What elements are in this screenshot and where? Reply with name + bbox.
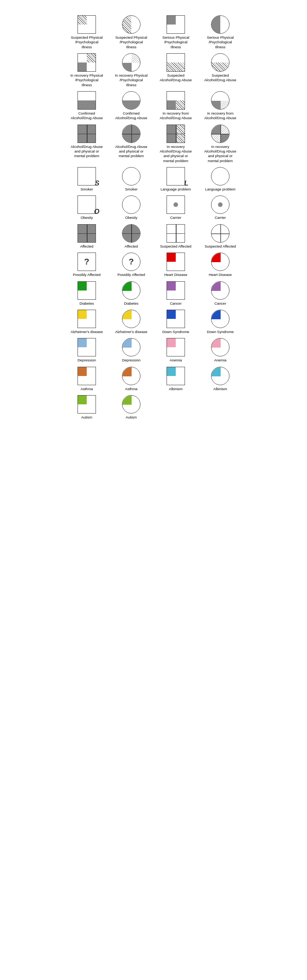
symbol-label: Albinism bbox=[213, 387, 227, 391]
square-shape: ? bbox=[78, 253, 96, 271]
symbol-label: Anemia bbox=[214, 358, 226, 363]
symbol-cell: In recovery Physical /Psychological Illn… bbox=[65, 53, 108, 87]
symbol-cell: Serious Physical /Psychological Illness bbox=[154, 15, 197, 49]
symbol-cell: OObesity bbox=[110, 195, 153, 220]
circle-shape bbox=[211, 91, 229, 110]
symbol-cell: Cancer bbox=[199, 281, 242, 306]
empty-cell bbox=[154, 395, 197, 420]
symbol-cell: Down Syndrome bbox=[154, 310, 197, 334]
symbol-wrapper bbox=[78, 367, 96, 385]
symbol-label: Depression bbox=[122, 358, 140, 363]
square-shape bbox=[167, 253, 185, 271]
symbol-label: Serious Physical /Psychological Illness bbox=[158, 35, 193, 49]
symbol-cell: ?Possibly Affected bbox=[110, 253, 153, 277]
symbol-wrapper: O bbox=[78, 195, 96, 214]
symbol-label: In recovery from Alcohol/Drug Abuse bbox=[158, 111, 193, 121]
symbol-label: Suspected Alcohol/Drug Abuse bbox=[158, 73, 193, 83]
circle-shape bbox=[122, 395, 140, 414]
symbol-wrapper bbox=[122, 224, 140, 243]
symbol-cell: Suspected Affected bbox=[154, 224, 197, 249]
symbol-wrapper bbox=[167, 281, 185, 300]
symbol-cell: OObesity bbox=[65, 195, 108, 220]
symbol-cell: LLanguage problem bbox=[199, 167, 242, 192]
symbol-label: Language problem bbox=[160, 187, 191, 192]
square-shape bbox=[78, 125, 96, 143]
symbol-wrapper bbox=[78, 310, 96, 328]
symbol-wrapper bbox=[167, 125, 185, 143]
symbol-label: Depression bbox=[78, 358, 96, 363]
symbol-cell: Down Syndrome bbox=[199, 310, 242, 334]
symbol-label: Language problem bbox=[205, 187, 235, 192]
symbol-label: Obesity bbox=[81, 215, 93, 220]
circle-shape bbox=[211, 367, 229, 385]
square-shape bbox=[167, 125, 185, 143]
symbol-cell: In recovery Alcohol/Drug Abuse and physi… bbox=[154, 125, 197, 163]
symbol-cell: Alcohol/Drug Abuse and physical or menta… bbox=[110, 125, 153, 163]
symbol-cell: Carrier bbox=[154, 195, 197, 220]
symbol-cell: Heart Disease bbox=[154, 253, 197, 277]
symbol-wrapper bbox=[122, 338, 140, 356]
symbol-wrapper bbox=[78, 125, 96, 143]
circle-shape: S bbox=[122, 167, 140, 185]
symbol-wrapper bbox=[122, 310, 140, 328]
symbol-wrapper bbox=[167, 310, 185, 328]
circle-shape bbox=[211, 15, 229, 34]
square-shape bbox=[78, 338, 96, 356]
symbol-label: Cancer bbox=[215, 301, 226, 306]
empty-cell bbox=[199, 395, 242, 420]
symbol-cell: Autism bbox=[65, 395, 108, 420]
symbol-wrapper bbox=[211, 125, 229, 143]
square-shape: L bbox=[167, 167, 185, 185]
symbol-label: Heart Disease bbox=[164, 272, 187, 277]
symbol-label: Affected bbox=[125, 244, 138, 249]
symbol-cell: Diabetes bbox=[65, 281, 108, 306]
symbol-label: Cancer bbox=[170, 301, 182, 306]
symbol-cell: Anemia bbox=[154, 338, 197, 363]
square-shape bbox=[78, 310, 96, 328]
square-shape: S bbox=[78, 167, 96, 185]
circle-shape bbox=[211, 338, 229, 356]
symbol-wrapper bbox=[167, 53, 185, 72]
square-shape bbox=[167, 281, 185, 300]
symbol-cell: Suspected Alcohol/Drug Abuse bbox=[199, 53, 242, 87]
symbol-cell: Carrier bbox=[199, 195, 242, 220]
symbol-label: Smoker bbox=[125, 187, 138, 192]
symbol-wrapper: O bbox=[122, 195, 140, 214]
symbol-cell: Confirmed Alcohol/Drug Abuse bbox=[110, 91, 153, 121]
symbols-grid: Suspected Physical /Psychological Illnes… bbox=[61, 11, 246, 427]
symbol-wrapper bbox=[78, 91, 96, 110]
symbol-cell: Asthma bbox=[110, 367, 153, 391]
symbol-cell: Affected bbox=[65, 224, 108, 249]
symbol-wrapper: L bbox=[211, 167, 229, 185]
symbol-cell: LLanguage problem bbox=[154, 167, 197, 192]
square-shape bbox=[167, 15, 185, 34]
symbol-cell: Alzheimer's disease bbox=[110, 310, 153, 334]
square-shape: O bbox=[78, 195, 96, 214]
symbol-wrapper bbox=[167, 91, 185, 110]
square-shape bbox=[78, 395, 96, 414]
symbol-label: In recovery from Alcohol/Drug Abuse bbox=[203, 111, 238, 121]
symbol-label: Anemia bbox=[170, 358, 182, 363]
symbol-wrapper bbox=[167, 15, 185, 34]
symbol-cell: Alcohol/Drug Abuse and physical or menta… bbox=[65, 125, 108, 163]
symbol-label: Suspected Physical /Psychological Illnes… bbox=[114, 35, 149, 49]
square-shape bbox=[167, 195, 185, 214]
symbol-wrapper bbox=[211, 195, 229, 214]
symbol-wrapper bbox=[211, 15, 229, 34]
symbol-wrapper bbox=[167, 338, 185, 356]
symbol-label: Obesity bbox=[125, 215, 137, 220]
symbol-wrapper bbox=[211, 53, 229, 72]
symbol-wrapper bbox=[211, 367, 229, 385]
symbol-cell: Serious Physical /Psychological Illness bbox=[199, 15, 242, 49]
symbol-label: Asthma bbox=[81, 387, 93, 391]
circle-shape bbox=[211, 125, 229, 143]
symbol-wrapper bbox=[211, 253, 229, 271]
circle-shape bbox=[211, 253, 229, 271]
symbol-label: Suspected Affected bbox=[160, 244, 191, 249]
circle-shape bbox=[211, 195, 229, 214]
symbol-wrapper bbox=[167, 367, 185, 385]
symbol-cell: Depression bbox=[110, 338, 153, 363]
symbol-cell: Albinism bbox=[199, 367, 242, 391]
symbol-label: Suspected Physical /Psychological Illnes… bbox=[69, 35, 104, 49]
symbol-label: Confirmed Alcohol/Drug Abuse bbox=[114, 111, 149, 121]
